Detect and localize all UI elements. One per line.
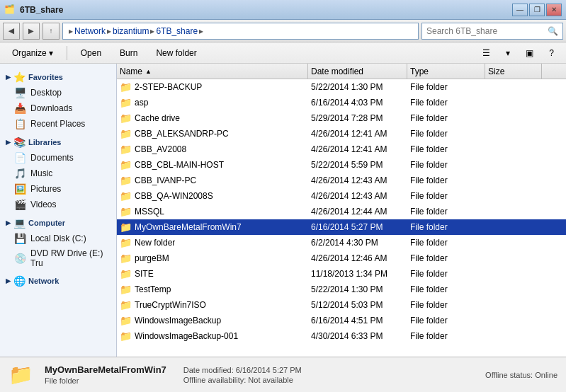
sidebar-section-header-0[interactable]: ▶ ⭐ Favorites xyxy=(0,69,116,85)
sidebar-section-label-1: Libraries xyxy=(28,138,61,146)
file-date-3: 4/26/2014 12:41 AM xyxy=(308,129,407,139)
sidebar-section-header-1[interactable]: ▶ 📚 Libraries xyxy=(0,134,116,150)
restore-button[interactable]: ❐ xyxy=(529,4,545,16)
col-header-date[interactable]: Date modified xyxy=(308,64,407,79)
file-name-8: MSSQL xyxy=(135,207,164,217)
up-button[interactable]: ↑ xyxy=(43,23,60,40)
file-type-1: File folder xyxy=(407,98,485,108)
table-row[interactable]: 📁 CBB_CBL-MAIN-HOST 5/22/2014 5:59 PM Fi… xyxy=(117,157,566,173)
search-icon[interactable]: 🔍 xyxy=(548,26,558,36)
table-row[interactable]: 📁 2-STEP-BACKUP 5/22/2014 1:30 PM File f… xyxy=(117,79,566,95)
table-row[interactable]: 📁 MyOwnBareMetalFromWin7 6/16/2014 5:27 … xyxy=(117,219,566,235)
close-button[interactable]: ✕ xyxy=(546,4,562,16)
preview-button[interactable]: ▣ xyxy=(519,45,540,62)
sidebar-section-label-3: Network xyxy=(28,277,59,285)
folder-icon-3: 📁 xyxy=(120,128,132,139)
file-type-5: File folder xyxy=(407,160,485,170)
file-date-16: 4/30/2014 6:33 PM xyxy=(308,331,407,341)
forward-button[interactable]: ▶ xyxy=(23,23,40,40)
sidebar-item-recent-places[interactable]: 📋 Recent Places xyxy=(0,116,116,132)
table-row[interactable]: 📁 CBB_IVANP-PC 4/26/2014 12:43 AM File f… xyxy=(117,173,566,188)
burn-button[interactable]: Burn xyxy=(113,45,144,62)
file-name-7: CBB_QA-WIN2008S xyxy=(135,191,213,201)
sidebar-item-pictures[interactable]: 🖼️ Pictures xyxy=(0,181,116,197)
table-row[interactable]: 📁 purgeBM 4/26/2014 12:46 AM File folder xyxy=(117,250,566,266)
sidebar-item-dvd-rw-drive--e---tru[interactable]: 💿 DVD RW Drive (E:) Tru xyxy=(0,246,116,270)
file-name-14: TrueCryptWin7ISO xyxy=(135,300,206,310)
address-bar: ◀ ▶ ↑ ▸ Network ▸ bizantium ▸ 6TB_share … xyxy=(0,20,566,42)
sidebar-item-label-0: Documents xyxy=(30,153,74,163)
sidebar-item-desktop[interactable]: 🖥️ Desktop xyxy=(0,85,116,100)
status-bar: 📁 MyOwnBareMetalFromWin7 File folder Dat… xyxy=(0,357,566,392)
sidebar-item-icon-1: 📥 xyxy=(14,103,26,114)
file-date-12: 11/18/2013 1:34 PM xyxy=(308,269,407,279)
table-row[interactable]: 📁 MSSQL 4/26/2014 12:44 AM File folder xyxy=(117,204,566,219)
title-bar-left: 🗂️ 6TB_share xyxy=(4,4,63,16)
sidebar-section-label-0: Favorites xyxy=(28,73,63,81)
col-header-type[interactable]: Type xyxy=(407,64,485,79)
path-network[interactable]: Network xyxy=(74,26,106,36)
search-input[interactable] xyxy=(426,26,545,36)
table-row[interactable]: 📁 CBB_QA-WIN2008S 4/26/2014 12:43 AM Fil… xyxy=(117,188,566,204)
table-row[interactable]: 📁 New folder 6/2/2014 4:30 PM File folde… xyxy=(117,235,566,250)
toolbar-right: ☰ ▾ ▣ ? xyxy=(476,45,560,62)
sidebar-item-label-2: Recent Places xyxy=(30,119,85,129)
sidebar-section-favorites: ▶ ⭐ Favorites🖥️ Desktop📥 Downloads📋 Rece… xyxy=(0,69,116,132)
sidebar-section-header-2[interactable]: ▶ 💻 Computer xyxy=(0,215,116,231)
path-byzantium[interactable]: bizantium xyxy=(113,26,149,36)
table-row[interactable]: 📁 CBB_AV2008 4/26/2014 12:41 AM File fol… xyxy=(117,142,566,157)
path-share[interactable]: 6TB_share xyxy=(156,26,198,36)
sidebar-item-icon-1: 🎵 xyxy=(14,168,26,179)
sidebar-item-icon-2: 🖼️ xyxy=(14,183,26,195)
back-button[interactable]: ◀ xyxy=(3,23,20,40)
file-type-13: File folder xyxy=(407,284,485,294)
sidebar-item-documents[interactable]: 📄 Documents xyxy=(0,150,116,166)
folder-icon-13: 📁 xyxy=(120,284,132,295)
address-path[interactable]: ▸ Network ▸ bizantium ▸ 6TB_share ▸ xyxy=(62,23,419,40)
table-row[interactable]: 📁 WindowsImageBackup-001 4/30/2014 6:33 … xyxy=(117,328,566,344)
path-arrow-2: ▸ xyxy=(107,26,111,36)
title-bar-controls: — ❐ ✕ xyxy=(512,4,562,16)
sidebar-item-icon-0: 📄 xyxy=(14,152,26,163)
file-date-9: 6/16/2014 5:27 PM xyxy=(308,222,407,232)
sidebar-item-label-3: Videos xyxy=(30,200,56,209)
view-details-button[interactable]: ☰ xyxy=(476,45,497,62)
file-name-1: asp xyxy=(135,98,148,108)
sidebar-section-network: ▶ 🌐 Network xyxy=(0,273,116,289)
help-button[interactable]: ? xyxy=(543,45,560,62)
view-toggle-button[interactable]: ▾ xyxy=(499,45,516,62)
table-row[interactable]: 📁 Cache drive 5/29/2014 7:28 PM File fol… xyxy=(117,110,566,126)
sidebar-section-header-3[interactable]: ▶ 🌐 Network xyxy=(0,273,116,289)
sidebar-item-downloads[interactable]: 📥 Downloads xyxy=(0,100,116,116)
col-header-name[interactable]: Name ▲ xyxy=(117,64,308,79)
new-folder-button[interactable]: New folder xyxy=(149,45,203,62)
sidebar-item-music[interactable]: 🎵 Music xyxy=(0,166,116,181)
table-row[interactable]: 📁 CBB_ALEKSANDRP-PC 4/26/2014 12:41 AM F… xyxy=(117,126,566,142)
open-button[interactable]: Open xyxy=(74,45,108,62)
file-type-12: File folder xyxy=(407,269,485,279)
status-offline-availability: Offline availability: Not available xyxy=(183,376,302,384)
table-row[interactable]: 📁 SITE 11/18/2013 1:34 PM File folder xyxy=(117,266,566,282)
file-type-4: File folder xyxy=(407,144,485,154)
file-list-body[interactable]: 📁 2-STEP-BACKUP 5/22/2014 1:30 PM File f… xyxy=(117,79,566,357)
table-row[interactable]: 📁 asp 6/16/2014 4:03 PM File folder xyxy=(117,95,566,110)
window-icon: 🗂️ xyxy=(4,4,16,16)
col-header-size[interactable]: Size xyxy=(485,64,542,79)
search-box[interactable]: 🔍 xyxy=(421,23,563,40)
file-name-5: CBB_CBL-MAIN-HOST xyxy=(135,160,224,170)
toolbar-divider-1 xyxy=(67,46,67,60)
folder-icon-15: 📁 xyxy=(120,315,132,326)
sidebar-item-label-0: Desktop xyxy=(30,88,62,98)
file-type-7: File folder xyxy=(407,191,485,201)
table-row[interactable]: 📁 TestTemp 5/22/2014 1:30 PM File folder xyxy=(117,282,566,297)
organize-button[interactable]: Organize ▾ xyxy=(6,45,60,62)
sidebar-item-videos[interactable]: 🎬 Videos xyxy=(0,197,116,212)
sidebar-chevron-0: ▶ xyxy=(6,74,11,81)
sidebar-chevron-3: ▶ xyxy=(6,277,11,284)
sidebar-sections: ▶ ⭐ Favorites🖥️ Desktop📥 Downloads📋 Rece… xyxy=(0,69,116,289)
sidebar-item-local-disk--c--[interactable]: 💾 Local Disk (C:) xyxy=(0,231,116,246)
table-row[interactable]: 📁 WindowsImageBackup 6/16/2014 4:51 PM F… xyxy=(117,313,566,328)
minimize-button[interactable]: — xyxy=(512,4,528,16)
file-name-15: WindowsImageBackup xyxy=(135,316,221,325)
table-row[interactable]: 📁 TrueCryptWin7ISO 5/12/2014 5:03 PM Fil… xyxy=(117,297,566,313)
